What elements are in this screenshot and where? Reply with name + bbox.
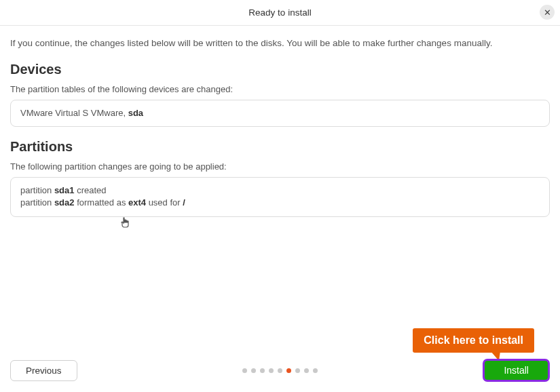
window-title: Ready to install (248, 7, 311, 18)
callout-text: Click here to install (424, 334, 523, 346)
step-dot[interactable] (304, 368, 309, 373)
step-dot[interactable] (313, 368, 318, 373)
partition-id: sda1 (54, 185, 75, 195)
partitions-heading: Partitions (10, 139, 550, 155)
device-row: VMware Virtual S VMware, sda (20, 107, 540, 119)
step-dot[interactable] (278, 368, 282, 373)
partitions-subtext: The following partition changes are goin… (10, 161, 550, 172)
step-dot[interactable] (295, 368, 300, 373)
step-dot[interactable] (242, 368, 247, 373)
partition-text: formatted as (75, 197, 128, 208)
device-prefix: VMware Virtual S VMware, (20, 108, 128, 118)
devices-subtext: The partition tables of the following de… (10, 84, 550, 94)
step-dot[interactable] (286, 368, 291, 373)
step-dot[interactable] (269, 368, 274, 373)
previous-button[interactable]: Previous (10, 360, 77, 381)
step-dot[interactable] (260, 368, 265, 373)
partition-text: created (75, 185, 107, 195)
devices-heading: Devices (10, 62, 550, 77)
partition-fs: ext4 (128, 197, 146, 208)
close-button[interactable]: ✕ (540, 5, 555, 20)
titlebar: Ready to install ✕ (0, 0, 560, 26)
pointer-cursor-icon (121, 217, 132, 229)
callout-annotation: Click here to install (413, 328, 534, 353)
step-dot[interactable] (251, 368, 256, 373)
install-button[interactable]: Install (483, 359, 550, 382)
main-content: If you continue, the changes listed belo… (0, 26, 560, 217)
intro-text: If you continue, the changes listed belo… (10, 38, 550, 48)
partition-text: partition (20, 185, 54, 195)
partition-id: sda2 (54, 197, 75, 208)
partition-row: partition sda1 created (20, 184, 540, 197)
partitions-panel: partition sda1 created partition sda2 fo… (10, 177, 550, 216)
step-dots (242, 368, 318, 373)
partition-text: partition (20, 197, 54, 208)
devices-panel: VMware Virtual S VMware, sda (10, 100, 550, 127)
device-name: sda (128, 108, 143, 118)
partition-mount: / (183, 197, 185, 208)
partition-row: partition sda2 formatted as ext4 used fo… (20, 197, 540, 209)
partition-text: used for (146, 197, 183, 208)
close-icon: ✕ (544, 7, 551, 18)
footer-bar: Previous Install (0, 355, 560, 392)
